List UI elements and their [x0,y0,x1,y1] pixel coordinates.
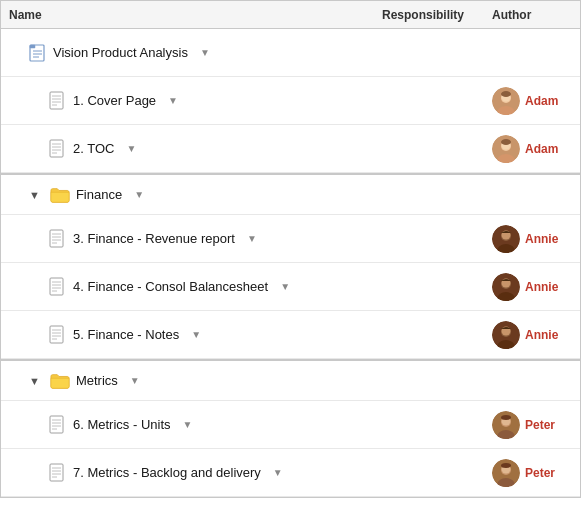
report-table: Name Responsibility Author Vision Produc… [0,0,581,498]
dropdown-arrow-finance[interactable]: ▼ [134,189,144,200]
svg-point-14 [501,91,511,97]
row-metrics-units[interactable]: 6. Metrics - Units ▼ Peter [1,401,580,449]
row-name-finance-balance: 4. Finance - Consol Balancesheet ▼ [9,277,382,297]
avatar-annie-revenue [492,225,520,253]
doc-icon-toc [49,139,67,159]
row-cover-page[interactable]: 1. Cover Page ▼ Adam [1,77,580,125]
doc-icon-units [49,415,67,435]
author-backlog: Peter [492,459,572,487]
row-name-metrics-backlog: 7. Metrics - Backlog and delivery ▼ [9,463,382,483]
svg-rect-43 [50,326,63,343]
table-header: Name Responsibility Author [1,1,580,29]
avatar-peter-backlog [492,459,520,487]
author-name-balance: Annie [525,280,558,294]
svg-point-71 [501,463,511,468]
author-balance: Annie [492,273,572,301]
svg-point-61 [501,415,511,420]
dropdown-arrow-balance[interactable]: ▼ [280,281,290,292]
row-vision-product[interactable]: Vision Product Analysis ▼ [1,29,580,77]
row-name-finance: ▼ Finance ▼ [9,186,382,204]
svg-rect-15 [50,140,63,157]
doc-icon-balance [49,277,67,297]
author-name-revenue: Annie [525,232,558,246]
author-name-toc: Adam [525,142,558,156]
svg-rect-34 [50,278,63,295]
row-toc[interactable]: 2. TOC ▼ Adam [1,125,580,173]
label-metrics-backlog: 7. Metrics - Backlog and delivery [73,465,261,480]
svg-rect-62 [50,464,63,481]
author-name-units: Peter [525,418,555,432]
doc-icon-notes [49,325,67,345]
dropdown-arrow-metrics-group[interactable]: ▼ [130,375,140,386]
row-name-vision-product: Vision Product Analysis ▼ [9,43,382,63]
header-author: Author [492,8,572,22]
author-cover: Adam [492,87,572,115]
dropdown-arrow-toc[interactable]: ▼ [126,143,136,154]
folder-icon-finance [50,186,70,204]
avatar-adam-toc [492,135,520,163]
label-metrics-units: 6. Metrics - Units [73,417,171,432]
author-notes: Annie [492,321,572,349]
avatar-annie-notes [492,321,520,349]
svg-rect-25 [50,230,63,247]
row-metrics-group[interactable]: ▼ Metrics ▼ [1,359,580,401]
author-name-notes: Annie [525,328,558,342]
author-name-cover: Adam [525,94,558,108]
row-metrics-backlog[interactable]: 7. Metrics - Backlog and delivery ▼ Pete… [1,449,580,497]
folder-main-icon [29,43,47,63]
row-name-finance-notes: 5. Finance - Notes ▼ [9,325,382,345]
row-name-metrics-units: 6. Metrics - Units ▼ [9,415,382,435]
label-metrics: Metrics [76,373,118,388]
dropdown-arrow-units[interactable]: ▼ [183,419,193,430]
svg-rect-5 [50,92,63,109]
svg-point-24 [501,139,511,145]
svg-rect-52 [50,416,63,433]
avatar-annie-balance [492,273,520,301]
row-name-finance-revenue: 3. Finance - Revenue report ▼ [9,229,382,249]
doc-icon-cover [49,91,67,111]
label-finance-revenue: 3. Finance - Revenue report [73,231,235,246]
expand-arrow-finance[interactable]: ▼ [29,189,40,201]
avatar-peter-units [492,411,520,439]
row-name-cover-page: 1. Cover Page ▼ [9,91,382,111]
row-finance-group[interactable]: ▼ Finance ▼ [1,173,580,215]
doc-icon-revenue [49,229,67,249]
row-finance-notes[interactable]: 5. Finance - Notes ▼ Annie [1,311,580,359]
dropdown-arrow-notes[interactable]: ▼ [191,329,201,340]
row-name-toc: 2. TOC ▼ [9,139,382,159]
avatar-adam-cover [492,87,520,115]
header-name: Name [9,8,382,22]
dropdown-arrow-backlog[interactable]: ▼ [273,467,283,478]
folder-icon-metrics [50,372,70,390]
label-cover-page: 1. Cover Page [73,93,156,108]
label-finance: Finance [76,187,122,202]
author-units: Peter [492,411,572,439]
label-finance-balance: 4. Finance - Consol Balancesheet [73,279,268,294]
author-toc: Adam [492,135,572,163]
expand-arrow-metrics[interactable]: ▼ [29,375,40,387]
svg-rect-1 [30,45,35,48]
row-finance-revenue[interactable]: 3. Finance - Revenue report ▼ Annie [1,215,580,263]
header-responsibility: Responsibility [382,8,492,22]
dropdown-arrow-revenue[interactable]: ▼ [247,233,257,244]
doc-icon-backlog [49,463,67,483]
author-revenue: Annie [492,225,572,253]
row-finance-balance[interactable]: 4. Finance - Consol Balancesheet ▼ Annie [1,263,580,311]
dropdown-arrow-cover[interactable]: ▼ [168,95,178,106]
author-name-backlog: Peter [525,466,555,480]
label-toc: 2. TOC [73,141,114,156]
label-vision-product: Vision Product Analysis [53,45,188,60]
row-name-metrics: ▼ Metrics ▼ [9,372,382,390]
label-finance-notes: 5. Finance - Notes [73,327,179,342]
dropdown-arrow-vision[interactable]: ▼ [200,47,210,58]
